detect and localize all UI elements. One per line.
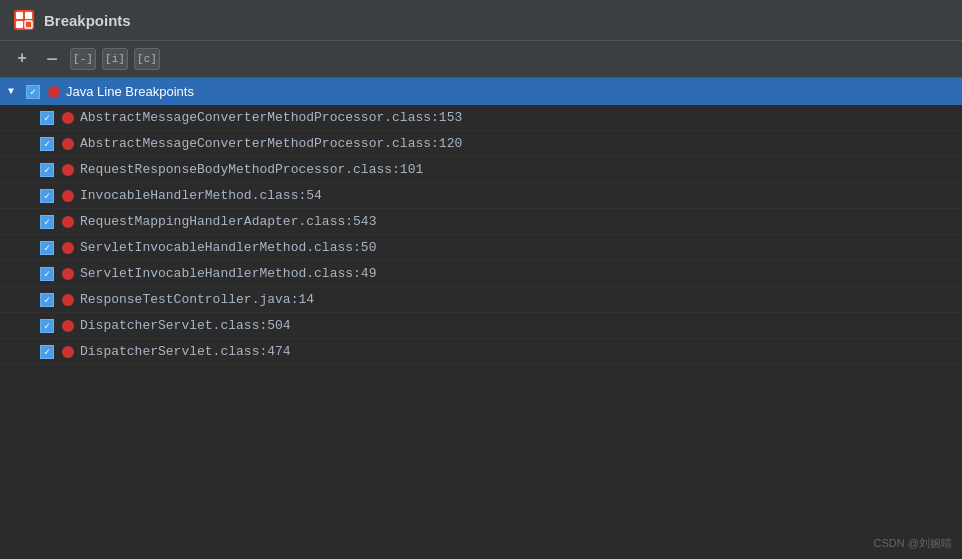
check-icon: ✓ [44, 268, 50, 280]
breakpoint-active-dot-icon [62, 242, 74, 254]
breakpoint-checkbox[interactable]: ✓ [40, 111, 54, 125]
table-row[interactable]: ✓ ServletInvocableHandlerMethod.class:49 [0, 261, 962, 287]
breakpoint-active-dot-icon [62, 346, 74, 358]
breakpoint-label: AbstractMessageConverterMethodProcessor.… [80, 110, 462, 125]
breakpoint-checkbox[interactable]: ✓ [40, 137, 54, 151]
check-icon: ✓ [44, 164, 50, 176]
table-row[interactable]: ✓ ServletInvocableHandlerMethod.class:50 [0, 235, 962, 261]
check-icon: ✓ [44, 294, 50, 306]
check-icon: ✓ [44, 320, 50, 332]
breakpoint-label: RequestResponseBodyMethodProcessor.class… [80, 162, 423, 177]
scrollable-content: ▼ ✓ Java Line Breakpoints ✓ AbstractMess… [0, 78, 962, 559]
check-icon: ✓ [44, 112, 50, 124]
breakpoint-label: ServletInvocableHandlerMethod.class:49 [80, 266, 376, 281]
breakpoint-label: AbstractMessageConverterMethodProcessor.… [80, 136, 462, 151]
group-label: Java Line Breakpoints [66, 84, 194, 99]
watermark: CSDN @刘婉晴 [874, 536, 952, 551]
breakpoints-window: Breakpoints + — [-] [i] [c] ▼ ✓ Java Lin… [0, 0, 962, 559]
svg-rect-3 [16, 21, 23, 28]
table-row[interactable]: ✓ ResponseTestController.java:14 [0, 287, 962, 313]
svg-rect-4 [25, 21, 32, 28]
breakpoint-active-dot-icon [62, 268, 74, 280]
import-button[interactable]: [i] [102, 48, 128, 70]
toolbar: + — [-] [i] [c] [0, 41, 962, 78]
breakpoint-checkbox[interactable]: ✓ [40, 267, 54, 281]
breakpoint-checkbox[interactable]: ✓ [40, 241, 54, 255]
breakpoint-dot-icon [48, 86, 60, 98]
breakpoint-label: DispatcherServlet.class:504 [80, 318, 291, 333]
breakpoint-active-dot-icon [62, 164, 74, 176]
breakpoint-active-dot-icon [62, 138, 74, 150]
check-icon: ✓ [44, 242, 50, 254]
breakpoint-label: ResponseTestController.java:14 [80, 292, 314, 307]
filter-button[interactable]: [c] [134, 48, 160, 70]
chevron-down-icon: ▼ [8, 86, 20, 97]
breakpoint-label: ServletInvocableHandlerMethod.class:50 [80, 240, 376, 255]
check-icon: ✓ [44, 346, 50, 358]
table-row[interactable]: ✓ AbstractMessageConverterMethodProcesso… [0, 105, 962, 131]
breakpoints-container: ✓ AbstractMessageConverterMethodProcesso… [0, 105, 962, 365]
breakpoint-active-dot-icon [62, 190, 74, 202]
export-button[interactable]: [-] [70, 48, 96, 70]
group-checkbox[interactable]: ✓ [26, 85, 40, 99]
table-row[interactable]: ✓ RequestMappingHandlerAdapter.class:543 [0, 209, 962, 235]
app-icon [12, 8, 36, 32]
table-row[interactable]: ✓ DispatcherServlet.class:504 [0, 313, 962, 339]
table-row[interactable]: ✓ DispatcherServlet.class:474 [0, 339, 962, 365]
breakpoint-checkbox[interactable]: ✓ [40, 215, 54, 229]
breakpoint-label: RequestMappingHandlerAdapter.class:543 [80, 214, 376, 229]
table-row[interactable]: ✓ RequestResponseBodyMethodProcessor.cla… [0, 157, 962, 183]
remove-button[interactable]: — [40, 47, 64, 71]
breakpoint-active-dot-icon [62, 216, 74, 228]
breakpoint-checkbox[interactable]: ✓ [40, 189, 54, 203]
breakpoint-active-dot-icon [62, 112, 74, 124]
svg-rect-1 [16, 12, 23, 19]
check-icon: ✓ [44, 190, 50, 202]
breakpoint-checkbox[interactable]: ✓ [40, 293, 54, 307]
check-icon: ✓ [44, 216, 50, 228]
table-row[interactable]: ✓ InvocableHandlerMethod.class:54 [0, 183, 962, 209]
breakpoint-checkbox[interactable]: ✓ [40, 163, 54, 177]
breakpoint-label: DispatcherServlet.class:474 [80, 344, 291, 359]
breakpoint-label: InvocableHandlerMethod.class:54 [80, 188, 322, 203]
breakpoint-active-dot-icon [62, 320, 74, 332]
breakpoint-active-dot-icon [62, 294, 74, 306]
add-button[interactable]: + [10, 47, 34, 71]
svg-rect-2 [25, 12, 32, 19]
breakpoints-list[interactable]: ▼ ✓ Java Line Breakpoints ✓ AbstractMess… [0, 78, 962, 559]
breakpoint-checkbox[interactable]: ✓ [40, 319, 54, 333]
check-icon: ✓ [44, 138, 50, 150]
title-bar: Breakpoints [0, 0, 962, 41]
table-row[interactable]: ✓ AbstractMessageConverterMethodProcesso… [0, 131, 962, 157]
check-icon: ✓ [30, 86, 36, 98]
group-header-java-line[interactable]: ▼ ✓ Java Line Breakpoints [0, 78, 962, 105]
window-title: Breakpoints [44, 12, 131, 29]
breakpoint-checkbox[interactable]: ✓ [40, 345, 54, 359]
